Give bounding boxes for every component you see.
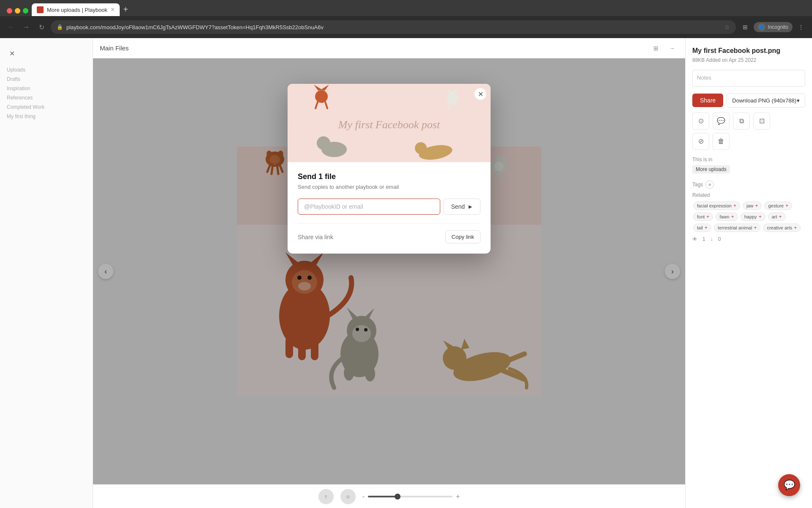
modal-title: Send 1 file: [298, 172, 480, 181]
main-area: Main Files ⊞ → ‹: [93, 38, 685, 508]
tag-gesture[interactable]: gesture +: [764, 202, 792, 210]
zoom-slider-thumb[interactable]: [395, 494, 401, 500]
collection-badge[interactable]: More uploads: [692, 165, 730, 174]
modal-image-bg: My first Facebook post: [288, 84, 491, 162]
right-panel: My first Facebook post.png 88KB Added on…: [685, 38, 812, 508]
tool-icons-row-1: ⊙ 💬 ⧉ ⊡: [692, 113, 805, 130]
modal-overlay: My first Facebook post: [93, 58, 685, 484]
tool-icons-row-2: ⊘ 🗑: [692, 133, 805, 150]
add-tag-button[interactable]: +: [705, 180, 714, 189]
tag-plus-icon: +: [779, 214, 782, 220]
forward-button[interactable]: →: [20, 21, 32, 33]
address-bar[interactable]: 🔒 playbook.com/moodJoy/oF8aow1mC6JgTsAzW…: [51, 20, 736, 34]
expand-button[interactable]: →: [666, 42, 678, 55]
main-header: Main Files ⊞ →: [93, 38, 685, 58]
comment-icon-button[interactable]: 💬: [713, 113, 730, 130]
zoom-controls: - +: [362, 493, 460, 500]
tag-plus-icon: +: [733, 203, 736, 209]
modal-divider: [298, 223, 480, 224]
incognito-label: Incognito: [768, 24, 788, 30]
share-via-link-label: Share via link: [298, 234, 333, 240]
tag-plus-icon: +: [785, 203, 788, 209]
views-count: 1: [702, 236, 705, 242]
tag-art[interactable]: art +: [768, 213, 786, 221]
tab-close-icon[interactable]: ×: [111, 6, 115, 14]
tag-font[interactable]: font +: [693, 213, 713, 221]
related-section: Related facial expression + jaw + gestur…: [692, 192, 805, 233]
svg-point-49: [447, 93, 458, 105]
zoom-out-button[interactable]: -: [362, 493, 365, 500]
copy-link-button[interactable]: Copy link: [445, 230, 480, 243]
new-tab-button[interactable]: +: [120, 3, 132, 15]
close-sidebar-button[interactable]: ✕: [7, 48, 17, 58]
views-icon: 👁: [692, 236, 697, 242]
page-title: Main Files: [100, 44, 129, 52]
action-button-2[interactable]: ○: [340, 489, 356, 504]
sidebar-close-section: ✕: [0, 45, 93, 62]
this-is-in-label: This is in: [692, 157, 805, 163]
downloads-icon: ↓: [710, 236, 713, 242]
tag-terrestrial-animal[interactable]: terrestrial animal +: [714, 224, 760, 232]
hide-icon-button[interactable]: ⊘: [692, 133, 709, 150]
minimize-window-button[interactable]: [15, 8, 20, 14]
svg-text:My first Facebook post: My first Facebook post: [338, 119, 440, 131]
action-button-1[interactable]: ↑: [318, 489, 334, 504]
browser-tab-active[interactable]: More uploads | Playbook ×: [32, 3, 120, 16]
send-icon: ►: [467, 203, 473, 210]
send-label: Send: [451, 203, 465, 210]
sidebar-item-references[interactable]: References: [0, 93, 93, 102]
tag-jaw[interactable]: jaw +: [743, 202, 762, 210]
modal-body: Send 1 file Send copies to another playb…: [288, 162, 491, 254]
chat-button[interactable]: 💬: [778, 474, 800, 496]
duplicate-icon-button[interactable]: ⧉: [733, 113, 750, 130]
tag-happy[interactable]: happy +: [741, 213, 765, 221]
bookmark-icon[interactable]: ☆: [724, 24, 730, 30]
sidebar-item-inspiration[interactable]: Inspiration: [0, 84, 93, 93]
replace-icon-button[interactable]: ⊙: [692, 113, 709, 130]
sidebar-item-uploads[interactable]: Uploads: [0, 65, 93, 75]
share-button[interactable]: Share: [692, 94, 723, 107]
incognito-icon: 👤: [758, 23, 765, 31]
sidebar-item-drafts[interactable]: Drafts: [0, 75, 93, 84]
sidebar-item-completed[interactable]: Completed Work: [0, 102, 93, 112]
maximize-window-button[interactable]: [23, 8, 28, 14]
download-chevron-icon: ▾: [797, 97, 800, 104]
tag-facial-expression[interactable]: facial expression +: [693, 202, 740, 210]
tab-title: More uploads | Playbook: [47, 7, 107, 13]
related-tags-container: facial expression + jaw + gesture + font…: [692, 201, 805, 233]
send-button[interactable]: Send ►: [444, 199, 480, 215]
image-viewer: ‹: [93, 58, 685, 484]
delete-icon-button[interactable]: 🗑: [713, 133, 730, 150]
menu-button[interactable]: ⋮: [795, 21, 807, 33]
sidebar-item-first[interactable]: My first thing: [0, 112, 93, 121]
tag-fawn[interactable]: fawn +: [716, 213, 738, 221]
tag-plus-icon: +: [706, 214, 709, 220]
incognito-badge[interactable]: 👤 Incognito: [754, 22, 793, 32]
bottom-toolbar: ↑ ○ - +: [93, 484, 685, 508]
extensions-button[interactable]: ⊞: [739, 21, 751, 33]
tab-bar: More uploads | Playbook × +: [0, 0, 812, 16]
downloads-count: 0: [718, 236, 721, 242]
zoom-slider-fill: [368, 496, 398, 497]
recipient-input[interactable]: [298, 199, 440, 215]
download-label: Download PNG (940x788): [732, 97, 796, 104]
asset-filename: My first Facebook post.png: [692, 47, 805, 55]
notes-area[interactable]: Notes: [692, 70, 805, 87]
close-window-button[interactable]: [7, 8, 12, 14]
tag-plus-icon: +: [754, 225, 757, 231]
lock-icon: 🔒: [57, 24, 63, 30]
tag-creative-arts[interactable]: creative arts +: [763, 224, 801, 232]
traffic-lights: [3, 8, 32, 14]
reload-button[interactable]: ↻: [36, 21, 47, 33]
modal-close-button[interactable]: ✕: [475, 88, 486, 100]
panel-actions: Share Download PNG (940x788) ▾: [692, 94, 805, 108]
download-button[interactable]: Download PNG (940x788) ▾: [727, 94, 805, 108]
tag-tail[interactable]: tail +: [693, 224, 711, 232]
back-button[interactable]: ←: [5, 21, 17, 33]
zoom-in-button[interactable]: +: [456, 493, 460, 500]
grid-view-button[interactable]: ⊞: [650, 42, 662, 55]
main-toolbar: ⊞ →: [650, 42, 678, 55]
share-modal: My first Facebook post: [288, 84, 491, 254]
zoom-slider[interactable]: [368, 496, 453, 497]
crop-icon-button[interactable]: ⊡: [753, 113, 770, 130]
